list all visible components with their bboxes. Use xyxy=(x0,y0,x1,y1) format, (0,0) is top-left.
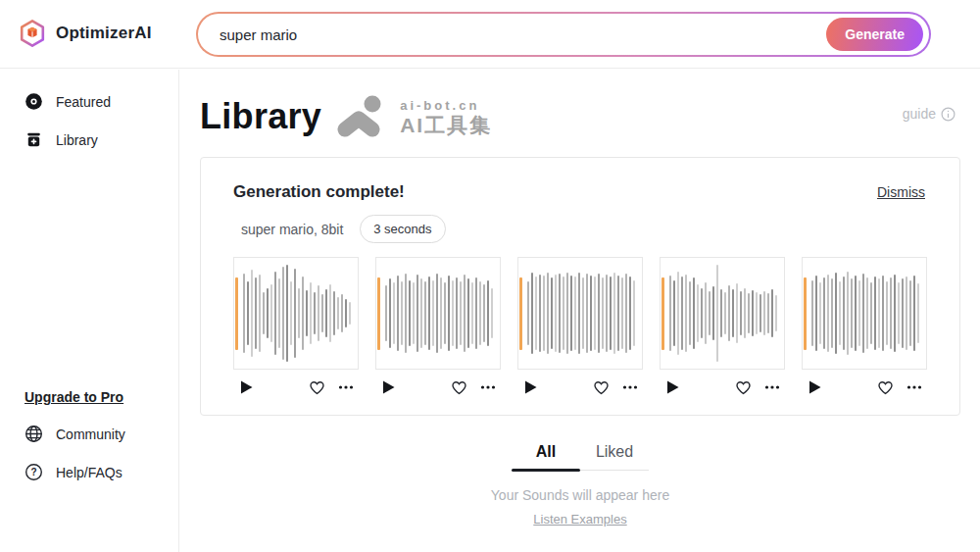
like-button[interactable] xyxy=(877,379,894,395)
svg-text:?: ? xyxy=(30,467,36,477)
listen-examples-link[interactable]: Listen Examples xyxy=(533,512,626,527)
waveform-bar xyxy=(547,273,549,353)
waveform-bar xyxy=(535,276,537,350)
waveform xyxy=(669,258,782,369)
upgrade-to-pro-link[interactable]: Upgrade to Pro xyxy=(24,389,178,405)
sidebar-item-library[interactable]: Library xyxy=(0,121,178,159)
more-options-button[interactable] xyxy=(906,384,922,390)
sidebar-item-help[interactable]: ? Help/FAQs xyxy=(0,453,178,491)
play-icon xyxy=(381,379,396,395)
waveform-bar xyxy=(917,283,919,343)
tab-liked[interactable]: Liked xyxy=(580,434,649,470)
waveform-bar xyxy=(302,276,304,350)
waveform-bar xyxy=(613,273,615,353)
prompt-input[interactable] xyxy=(220,26,826,43)
waveform-bar xyxy=(823,277,825,348)
waveform xyxy=(243,258,356,369)
waveform-bar xyxy=(728,285,730,341)
waveform-bar xyxy=(673,280,675,347)
waveform-bar xyxy=(409,280,411,347)
help-question-icon: ? xyxy=(24,463,43,481)
generate-button[interactable]: Generate xyxy=(826,18,923,51)
waveform-bar xyxy=(748,293,750,333)
heart-icon xyxy=(309,379,325,395)
waveform-bar xyxy=(886,281,888,346)
waveform-bar xyxy=(744,288,746,339)
waveform-bar xyxy=(882,276,884,352)
waveform-thumbnail[interactable] xyxy=(660,257,785,370)
waveform-bar xyxy=(263,292,265,334)
waveform-tiles xyxy=(233,257,925,395)
like-button[interactable] xyxy=(735,379,752,395)
playhead-indicator xyxy=(662,277,664,350)
more-options-button[interactable] xyxy=(480,384,496,390)
waveform-bar xyxy=(610,276,612,351)
like-button[interactable] xyxy=(593,379,610,395)
waveform-bar xyxy=(740,291,742,335)
like-button[interactable] xyxy=(309,379,325,395)
waveform-thumbnail[interactable] xyxy=(517,257,643,370)
dismiss-link[interactable]: Dismiss xyxy=(877,184,925,200)
waveform-bar xyxy=(405,274,407,353)
waveform-bar xyxy=(902,278,904,347)
generation-status-title: Generation complete! xyxy=(233,182,405,202)
waveform-bar xyxy=(329,284,331,342)
watermark-domain: ai-bot.cn xyxy=(400,99,492,112)
play-button[interactable] xyxy=(381,379,396,395)
waveform-bar xyxy=(401,281,403,346)
playhead-indicator xyxy=(235,277,238,350)
page-title: Library xyxy=(200,96,321,137)
play-button[interactable] xyxy=(523,379,538,395)
play-icon xyxy=(808,379,822,395)
waveform-bar xyxy=(483,284,485,342)
play-button[interactable] xyxy=(239,379,254,395)
play-button[interactable] xyxy=(808,379,822,395)
waveform-bar xyxy=(566,273,568,355)
waveform-bar xyxy=(689,281,691,346)
waveform-bar xyxy=(428,276,430,350)
info-icon xyxy=(941,107,956,122)
app-logo[interactable]: OptimizerAI xyxy=(18,19,152,48)
guide-link[interactable]: guide xyxy=(903,106,956,122)
empty-state-message: Your Sounds will appear here xyxy=(491,487,669,503)
waveform-bar xyxy=(720,289,722,338)
waveform xyxy=(527,258,640,369)
tab-all[interactable]: All xyxy=(512,434,580,470)
main-content: Library ai-bot.cn AI工具集 guide xyxy=(180,70,980,552)
waveform-bar xyxy=(440,277,442,348)
waveform-bar xyxy=(436,274,438,353)
waveform-bar xyxy=(862,274,864,352)
generation-complete-card: Generation complete! Dismiss super mario… xyxy=(200,157,960,416)
play-icon xyxy=(239,379,254,395)
like-button[interactable] xyxy=(451,379,467,395)
more-options-button[interactable] xyxy=(764,384,780,390)
waveform-bar xyxy=(586,274,588,352)
waveform-bar xyxy=(815,276,817,351)
duration-badge: 3 seconds xyxy=(360,215,445,243)
sound-tile xyxy=(233,257,359,395)
waveform-bar xyxy=(551,277,553,348)
waveform-bar xyxy=(424,281,426,346)
waveform-thumbnail[interactable] xyxy=(375,257,501,370)
waveform-bar xyxy=(243,274,245,353)
waveform-bar xyxy=(835,273,837,355)
sidebar-item-community[interactable]: Community xyxy=(0,415,178,453)
waveform-bar xyxy=(763,291,765,335)
waveform-bar xyxy=(460,281,462,346)
sidebar: Featured Library Upgrade to Pro xyxy=(0,70,179,552)
featured-disc-icon xyxy=(24,92,43,111)
waveform-bar xyxy=(709,291,710,335)
waveform-thumbnail[interactable] xyxy=(233,257,359,370)
app-header: OptimizerAI Generate xyxy=(0,0,980,69)
more-options-button[interactable] xyxy=(338,384,354,390)
waveform-bar xyxy=(251,270,253,356)
more-options-button[interactable] xyxy=(622,384,638,390)
waveform-bar xyxy=(349,302,351,325)
heart-icon xyxy=(451,379,467,395)
waveform-thumbnail[interactable] xyxy=(802,257,927,370)
play-button[interactable] xyxy=(665,379,680,395)
guide-label: guide xyxy=(903,106,936,122)
waveform-bar xyxy=(531,273,533,355)
waveform-bar xyxy=(574,276,576,351)
sidebar-item-featured[interactable]: Featured xyxy=(0,82,178,121)
